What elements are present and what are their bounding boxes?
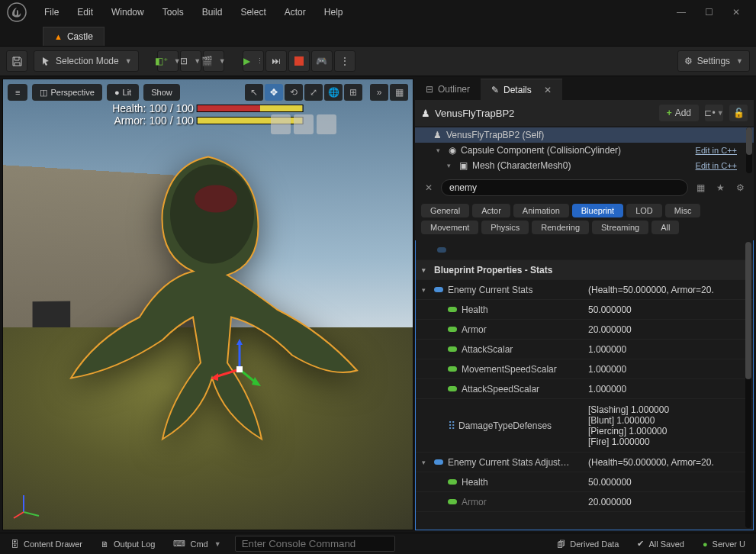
server-button[interactable]: ●Server U xyxy=(698,536,750,552)
lit-button[interactable]: ●Lit xyxy=(107,84,139,101)
hierarchy-button[interactable]: ⊏•▼ xyxy=(705,105,723,121)
svg-line-5 xyxy=(215,369,240,377)
rotate-tool[interactable]: ⟲ xyxy=(285,84,303,101)
minimize-button[interactable]: — xyxy=(668,0,695,24)
content-drawer-button[interactable]: 🗄Content Drawer xyxy=(6,536,87,552)
show-button[interactable]: Show xyxy=(143,84,180,101)
hotbar-slot[interactable] xyxy=(317,114,336,134)
play-button[interactable]: ▶⋮ xyxy=(243,50,264,72)
viewport[interactable]: ≡ ◫Perspective ●Lit Show ↖ ✥ ⟲ ⤢ 🌐 ⊞ » ▦… xyxy=(2,79,413,530)
property-row-truncated[interactable]: Enemy AIController Ref ABP_VenusFlyTrap_… xyxy=(416,240,753,260)
property-row-group[interactable]: ▾Enemy Current Stats Adjusted (Health=50… xyxy=(416,453,753,472)
cat-physics[interactable]: Physics xyxy=(481,221,529,234)
settings-gear-button[interactable]: ⚙ xyxy=(732,180,748,195)
hotbar-slot[interactable] xyxy=(271,114,291,134)
menu-help[interactable]: Help xyxy=(317,4,351,21)
add-content-button[interactable]: ◧⁺▼ xyxy=(157,50,179,72)
viewport-menu-button[interactable]: ≡ xyxy=(8,84,27,101)
hotbar-slot[interactable] xyxy=(294,114,314,134)
world-space-button[interactable]: 🌐 xyxy=(324,84,343,101)
blueprints-button[interactable]: ⊡▼ xyxy=(180,50,201,72)
tab-outliner[interactable]: ⊟Outliner xyxy=(415,79,481,100)
stop-button[interactable] xyxy=(288,50,310,72)
gear-icon: ⚙ xyxy=(684,56,693,66)
property-row[interactable]: MovementSpeedScalar1.000000 xyxy=(416,359,753,379)
property-row[interactable]: Health50.000000 xyxy=(416,472,753,492)
clear-search-button[interactable]: ✕ xyxy=(421,180,436,195)
cmd-button[interactable]: ⌨Cmd▼ xyxy=(169,536,225,552)
derived-data-button[interactable]: 🗐Derived Data xyxy=(552,536,623,552)
console-input[interactable] xyxy=(235,536,395,552)
property-value[interactable]: 20.000000 xyxy=(582,324,753,335)
component-capsule[interactable]: ▾◉ Capsule Component (CollisionCylinder)… xyxy=(415,143,754,158)
step-button[interactable]: ⏭ xyxy=(265,50,287,72)
expand-toolbar-button[interactable]: » xyxy=(370,84,388,101)
cat-lod[interactable]: LOD xyxy=(626,204,662,217)
maximize-button[interactable]: ☐ xyxy=(695,0,722,24)
armor-label: Armor: xyxy=(114,114,146,127)
cat-blueprint[interactable]: Blueprint xyxy=(572,204,623,217)
scale-tool[interactable]: ⤢ xyxy=(304,84,323,101)
svg-rect-9 xyxy=(236,366,243,372)
eject-button[interactable]: 🎮 xyxy=(311,50,333,72)
output-log-button[interactable]: 🗎Output Log xyxy=(96,536,159,552)
close-button[interactable]: ✕ xyxy=(722,0,750,24)
search-input[interactable] xyxy=(449,182,680,193)
edit-cpp-link[interactable]: Edit in C++ xyxy=(696,161,737,170)
search-field[interactable] xyxy=(441,179,688,196)
transform-gizmo[interactable] xyxy=(209,339,270,402)
layout-button[interactable]: ▦ xyxy=(390,84,408,101)
cat-movement[interactable]: Movement xyxy=(421,221,478,234)
property-row-defenses[interactable]: ⠿DamageTypeDefenses [Slashing] 1.000000 … xyxy=(416,399,753,453)
play-options-button[interactable]: ⋮ xyxy=(334,50,355,72)
property-value[interactable]: 1.000000 xyxy=(582,344,753,355)
menu-build[interactable]: Build xyxy=(195,4,230,21)
selection-mode-button[interactable]: Selection Mode ▼ xyxy=(34,50,139,72)
property-row-group[interactable]: ▾Enemy Current Stats (Health=50.000000, … xyxy=(416,280,753,300)
menu-select[interactable]: Select xyxy=(233,4,273,21)
property-row[interactable]: AttackSpeedScalar1.000000 xyxy=(416,379,753,399)
cat-rendering[interactable]: Rendering xyxy=(532,221,589,234)
translate-tool[interactable]: ✥ xyxy=(265,84,283,101)
property-value[interactable]: 50.000000 xyxy=(582,304,753,315)
menu-window[interactable]: Window xyxy=(104,4,152,21)
component-mesh[interactable]: ▾▣ Mesh (CharacterMesh0) Edit in C++ xyxy=(415,158,754,173)
section-header-stats[interactable]: ▾Blueprint Properties - Stats xyxy=(416,260,753,280)
property-value[interactable]: 1.000000 xyxy=(582,364,753,375)
cat-streaming[interactable]: Streaming xyxy=(592,221,648,234)
edit-cpp-link[interactable]: Edit in C++ xyxy=(696,146,737,155)
property-row[interactable]: Armor20.000000 xyxy=(416,320,753,340)
cat-actor[interactable]: Actor xyxy=(472,204,510,217)
settings-button[interactable]: ⚙ Settings ▼ xyxy=(677,50,750,72)
menu-edit[interactable]: Edit xyxy=(69,4,101,21)
property-value[interactable]: 1.000000 xyxy=(582,384,753,395)
property-row[interactable]: AttackScalar1.000000 xyxy=(416,340,753,359)
cat-general[interactable]: General xyxy=(421,204,469,217)
tab-castle[interactable]: ▲ Castle xyxy=(43,27,105,46)
add-component-button[interactable]: +Add xyxy=(659,105,699,121)
menu-file[interactable]: File xyxy=(37,4,66,21)
favorite-button[interactable]: ★ xyxy=(713,180,728,195)
snap-button[interactable]: ⊞ xyxy=(344,84,362,101)
property-value[interactable]: 50.000000 xyxy=(582,477,753,488)
property-row[interactable]: Armor20.000000 xyxy=(416,492,753,512)
drag-handle-icon[interactable]: ⠿ xyxy=(448,420,454,432)
property-value[interactable]: 20.000000 xyxy=(582,497,753,507)
property-row[interactable]: Health50.000000 xyxy=(416,300,753,320)
tab-details[interactable]: ✎Details✕ xyxy=(481,79,562,100)
save-button[interactable] xyxy=(6,50,27,72)
property-matrix-button[interactable]: ▦ xyxy=(693,180,708,195)
cat-misc[interactable]: Misc xyxy=(665,204,701,217)
cat-all[interactable]: All xyxy=(651,221,679,234)
svg-point-1 xyxy=(170,165,254,264)
cat-animation[interactable]: Animation xyxy=(513,204,569,217)
component-self[interactable]: ♟ VenusFlyTrapBP2 (Self) xyxy=(415,127,754,143)
select-tool[interactable]: ↖ xyxy=(245,84,263,101)
perspective-button[interactable]: ◫Perspective xyxy=(32,84,101,101)
close-icon[interactable]: ✕ xyxy=(544,85,552,95)
menu-actor[interactable]: Actor xyxy=(277,4,314,21)
cinematics-button[interactable]: 🎬▼ xyxy=(203,50,224,72)
lock-button[interactable]: 🔓 xyxy=(729,105,748,121)
all-saved-button[interactable]: ✔All Saved xyxy=(632,536,688,552)
menu-tools[interactable]: Tools xyxy=(155,4,191,21)
